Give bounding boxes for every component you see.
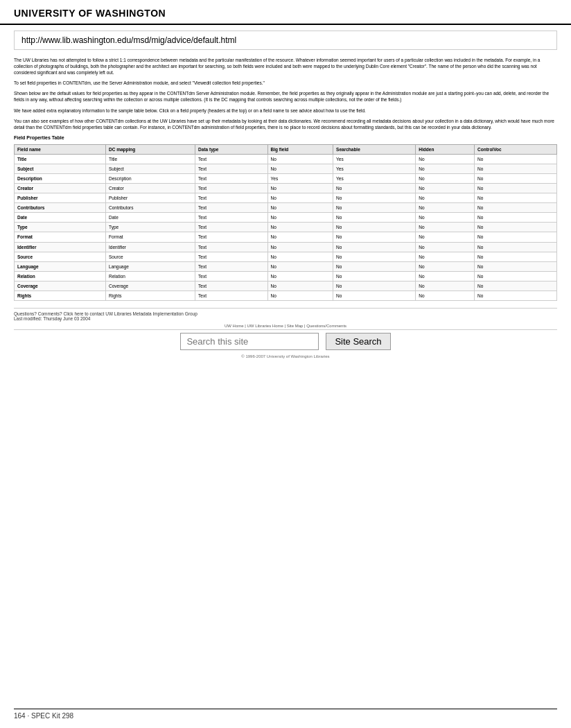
field-name-cell[interactable]: Identifier	[15, 242, 106, 252]
col-big-field[interactable]: Big field	[267, 144, 333, 154]
field-value-cell: No	[475, 154, 557, 164]
field-value-cell: Text	[195, 154, 267, 164]
field-value-cell: No	[267, 232, 333, 242]
field-value-cell: Text	[195, 184, 267, 193]
field-value-cell: Type	[106, 223, 195, 232]
field-name-cell[interactable]: Publisher	[15, 193, 106, 203]
nav-link-uw-home[interactable]: UW Home	[225, 324, 244, 328]
field-value-cell: No	[416, 242, 475, 252]
field-value-cell: Text	[195, 193, 267, 203]
field-properties-table: Field name DC mapping Data type Big fiel…	[14, 144, 557, 302]
field-name-cell[interactable]: Coverage	[15, 281, 106, 291]
field-value-cell: No	[333, 242, 416, 252]
field-value-cell: No	[333, 213, 416, 223]
field-name-cell[interactable]: Type	[15, 223, 106, 232]
field-name-cell[interactable]: Source	[15, 252, 106, 261]
nav-link-site-map[interactable]: Site Map	[287, 324, 304, 328]
paragraph-3: Shown below are the default values for f…	[14, 90, 557, 103]
table-row: PublisherPublisherTextNoNoNoNo	[15, 193, 557, 203]
field-value-cell: No	[267, 252, 333, 261]
col-searchable[interactable]: Searchable	[333, 144, 416, 154]
col-field-name[interactable]: Field name	[15, 144, 106, 154]
field-value-cell: Text	[195, 261, 267, 271]
table-row: FormatFormatTextNoNoNoNo	[15, 232, 557, 242]
field-value-cell: No	[475, 281, 557, 291]
nav-links-row: UW Home | UW Libraries Home | Site Map |…	[14, 324, 557, 328]
field-value-cell: Yes	[333, 164, 416, 173]
field-value-cell: No	[267, 213, 333, 223]
table-row: CoverageCoverageTextNoNoNoNo	[15, 281, 557, 291]
nav-link-questions[interactable]: Questions/Comments	[306, 324, 346, 328]
page-footer: 164 · SPEC Kit 298	[14, 709, 557, 720]
field-value-cell: No	[416, 154, 475, 164]
field-value-cell: No	[475, 232, 557, 242]
main-content: The UW Libraries has not attempted to fo…	[14, 57, 557, 301]
field-value-cell: Text	[195, 203, 267, 213]
nav-link-libraries-home[interactable]: UW Libraries Home	[247, 324, 283, 328]
table-row: TypeTypeTextNoNoNoNo	[15, 223, 557, 232]
table-row: RelationRelationTextNoNoNoNo	[15, 271, 557, 281]
table-row: LanguageLanguageTextNoNoNoNo	[15, 261, 557, 271]
university-title: UNIVERSITY OF WASHINGTON	[14, 8, 166, 19]
paragraph-5: You can also see examples of how other C…	[14, 118, 557, 130]
table-row: SourceSourceTextNoNoNoNo	[15, 252, 557, 261]
field-value-cell: No	[267, 291, 333, 301]
table-row: IdentifierIdentifierTextNoNoNoNo	[15, 242, 557, 252]
field-value-cell: No	[267, 164, 333, 173]
col-hidden[interactable]: Hidden	[416, 144, 475, 154]
field-value-cell: Date	[106, 213, 195, 223]
field-value-cell: No	[333, 291, 416, 301]
field-name-cell[interactable]: Relation	[15, 271, 106, 281]
field-name-cell[interactable]: Date	[15, 213, 106, 223]
field-value-cell: No	[333, 252, 416, 261]
paragraph-4: We have added extra explanatory informat…	[14, 107, 557, 114]
field-value-cell: Subject	[106, 164, 195, 173]
field-value-cell: Title	[106, 154, 195, 164]
field-name-cell[interactable]: Contributors	[15, 203, 106, 213]
page-header: UNIVERSITY OF WASHINGTON	[0, 0, 571, 25]
table-row: CreatorCreatorTextNoNoNoNo	[15, 184, 557, 193]
table-header-row: Field name DC mapping Data type Big fiel…	[15, 144, 557, 154]
field-value-cell: Text	[195, 281, 267, 291]
field-value-cell: No	[267, 203, 333, 213]
field-value-cell: Text	[195, 164, 267, 173]
field-value-cell: No	[475, 193, 557, 203]
search-bar-area: Site Search	[14, 329, 557, 353]
field-value-cell: No	[333, 184, 416, 193]
field-value-cell: Yes	[333, 154, 416, 164]
field-properties-title: Field Properties Table	[14, 135, 557, 141]
table-row: TitleTitleTextNoYesNoNo	[15, 154, 557, 164]
field-value-cell: No	[475, 223, 557, 232]
field-value-cell: Text	[195, 223, 267, 232]
paragraph-1: The UW Libraries has not attempted to fo…	[14, 57, 557, 76]
col-dc-mapping[interactable]: DC mapping	[106, 144, 195, 154]
field-value-cell: No	[416, 232, 475, 242]
field-name-cell[interactable]: Title	[15, 154, 106, 164]
field-value-cell: No	[475, 271, 557, 281]
field-value-cell: Relation	[106, 271, 195, 281]
search-input[interactable]	[180, 333, 319, 350]
field-value-cell: No	[333, 271, 416, 281]
field-value-cell: No	[475, 242, 557, 252]
questions-text[interactable]: Questions? Comments? Click here to conta…	[14, 311, 197, 316]
col-data-type[interactable]: Data type	[195, 144, 267, 154]
col-controlvoc[interactable]: ControlVoc	[475, 144, 557, 154]
field-value-cell: No	[416, 203, 475, 213]
field-value-cell: No	[475, 184, 557, 193]
field-value-cell: No	[416, 291, 475, 301]
table-row: DateDateTextNoNoNoNo	[15, 213, 557, 223]
field-name-cell[interactable]: Creator	[15, 184, 106, 193]
field-name-cell[interactable]: Rights	[15, 291, 106, 301]
site-search-button[interactable]: Site Search	[326, 333, 390, 350]
field-value-cell: No	[333, 261, 416, 271]
field-name-cell[interactable]: Language	[15, 261, 106, 271]
paragraph-2: To set field properties in CONTENTdm, us…	[14, 80, 557, 86]
table-row: SubjectSubjectTextNoYesNoNo	[15, 164, 557, 173]
field-name-cell[interactable]: Description	[15, 173, 106, 183]
field-name-cell[interactable]: Subject	[15, 164, 106, 173]
field-value-cell: No	[333, 232, 416, 242]
field-value-cell: No	[416, 252, 475, 261]
field-name-cell[interactable]: Format	[15, 232, 106, 242]
last-modified: Last modified: Thursday June 03 2004	[14, 316, 90, 321]
field-value-cell: No	[416, 184, 475, 193]
